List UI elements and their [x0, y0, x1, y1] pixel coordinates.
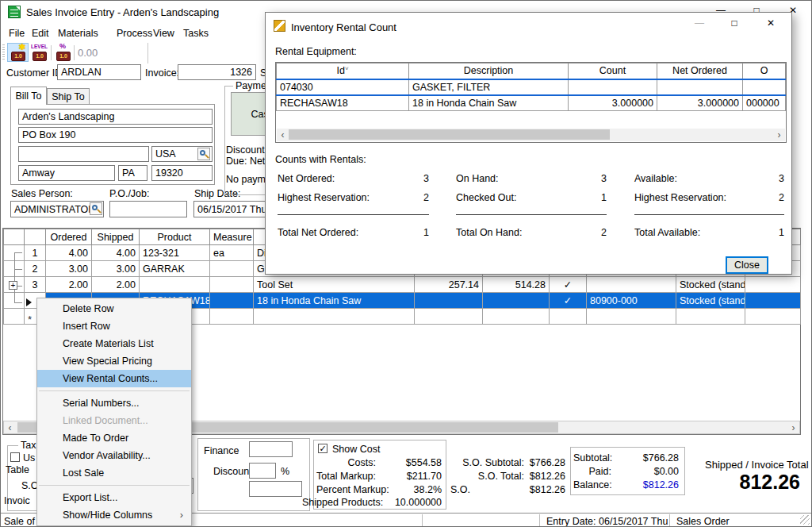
stats-divider: [456, 214, 607, 215]
shipped-invoice-total-value: 812.26: [699, 471, 800, 494]
menu-item-insert-row[interactable]: Insert Row: [37, 317, 191, 335]
table-row-selected[interactable]: 074030 GASKET, FILTER: [277, 79, 786, 95]
price-percent-button[interactable]: % 1.0: [54, 43, 72, 62]
col-shipped[interactable]: Shipped: [92, 229, 140, 245]
payment-due-line: Due: Net: [226, 156, 265, 167]
tax-invoice-label: Invoic: [4, 495, 30, 506]
col-net-ordered[interactable]: Net Ordered: [657, 63, 743, 79]
show-cost-checkbox[interactable]: ✓: [318, 444, 327, 453]
menu-item-view-rental-counts[interactable]: View Rental Counts...: [37, 370, 191, 387]
star-icon: ✱: [18, 42, 25, 52]
balance-value: $812.26: [622, 479, 679, 490]
scroll-right-icon[interactable]: ›: [773, 129, 785, 141]
paid-label: Paid:: [573, 466, 611, 477]
rental-equipment-table[interactable]: Id˅ Description Count Net Ordered O 0740…: [275, 62, 787, 143]
menu-item-delete-row[interactable]: Delete Row: [37, 300, 191, 317]
rental-table-hscrollbar[interactable]: ‹ ›: [277, 129, 785, 141]
inventory-rental-count-dialog: Inventory Rental Count — □ ✕ Rental Equi…: [265, 12, 792, 275]
menu-item-linked-document: Linked Document...: [37, 412, 191, 429]
sales-person-lookup-button[interactable]: [90, 202, 102, 215]
menu-edit[interactable]: Edit: [32, 28, 49, 39]
scroll-right-icon[interactable]: ›: [787, 421, 799, 433]
menu-item-export-list[interactable]: Export List...: [37, 489, 191, 506]
invoice-number-field[interactable]: 1326: [178, 64, 256, 80]
shipped-products-value: 10.000000: [381, 497, 442, 508]
table-row[interactable]: 3 2.00 2.00 Tool Set 257.14 514.28 ✓ Sto…: [4, 277, 801, 293]
menu-item-made-to-order[interactable]: Made To Order: [37, 429, 191, 447]
finance-amount-field[interactable]: [249, 481, 302, 497]
col-description[interactable]: Description: [409, 63, 569, 79]
bill-to-address-field[interactable]: PO Box 190: [18, 127, 213, 143]
so-value: $812.26: [508, 484, 565, 495]
app-icon: [8, 6, 21, 18]
rental-table-header: Id˅ Description Count Net Ordered O: [277, 63, 786, 79]
ship-date-field[interactable]: 06/15/2017 Thu: [193, 201, 273, 217]
zip-field[interactable]: 19320: [151, 165, 213, 181]
menu-item-serial-numbers[interactable]: Serial Numbers...: [37, 394, 191, 412]
resize-grip[interactable]: [800, 515, 810, 525]
price-level-button[interactable]: LEVEL 1.0: [30, 43, 49, 62]
expand-row-icon[interactable]: +: [9, 281, 17, 290]
menu-item-create-materials-list[interactable]: Create Materials List: [37, 335, 191, 352]
total-net-ordered-label: Total Net Ordered:: [278, 227, 358, 238]
discount-field[interactable]: [249, 463, 276, 479]
menu-process[interactable]: Process: [117, 28, 152, 39]
menu-item-show-hide-columns[interactable]: Show/Hide Columns ›: [37, 506, 191, 524]
sort-indicator-icon: ˅: [345, 65, 349, 72]
col-measure[interactable]: Measure: [210, 229, 254, 245]
finance-field[interactable]: [249, 441, 293, 457]
menu-item-lost-sale[interactable]: Lost Sale: [37, 464, 191, 482]
table-row[interactable]: RECHASAW18 18 in Honda Chain Saw 3.00000…: [277, 95, 786, 111]
dialog-maximize-icon[interactable]: □: [722, 14, 746, 32]
menu-item-view-special-pricing[interactable]: View Special Pricing: [37, 352, 191, 370]
bill-to-name-field[interactable]: Arden's Landscaping: [18, 109, 213, 125]
po-job-field[interactable]: [109, 201, 187, 217]
rental-table-hscrollbar-thumb[interactable]: [289, 129, 610, 140]
finance-label: Finance: [204, 445, 239, 456]
city-field[interactable]: Amway: [18, 165, 115, 181]
stats-divider: [278, 214, 429, 215]
status-divider: [422, 514, 423, 527]
col-count[interactable]: Count: [569, 63, 657, 79]
bill-to-address2-field[interactable]: [18, 146, 149, 162]
scroll-left-icon[interactable]: ‹: [4, 421, 16, 433]
costs-value: $554.58: [381, 457, 442, 468]
menu-separator: [39, 485, 190, 486]
customer-id-field[interactable]: ARDLAN: [57, 64, 141, 80]
toolbar-separator: [51, 45, 52, 60]
percent-markup-value: 38.2%: [381, 484, 442, 495]
show-cost-label: Show Cost: [332, 444, 380, 455]
status-order-type: Sales Order: [676, 516, 730, 527]
close-button[interactable]: Close: [726, 256, 768, 274]
country-lookup-button[interactable]: [197, 148, 210, 160]
tax-table-label: Table: [6, 464, 29, 475]
dialog-close-icon[interactable]: ✕: [759, 14, 783, 32]
invoice-label: Invoice:: [145, 67, 179, 79]
menu-file[interactable]: File: [9, 28, 25, 39]
sales-person-label: Sales Person:: [11, 188, 73, 199]
col-id[interactable]: Id˅: [277, 63, 409, 79]
menu-materials[interactable]: Materials: [58, 28, 98, 39]
col-product[interactable]: Product: [140, 229, 210, 245]
menu-tasks[interactable]: Tasks: [183, 28, 209, 39]
percent-markup-label: Percent Markup:: [316, 484, 376, 495]
percent-sign: %: [281, 466, 289, 477]
net-ordered-value: 3: [405, 173, 429, 184]
menu-item-vendor-availability[interactable]: Vendor Availability...: [37, 447, 191, 464]
menu-view[interactable]: View: [153, 28, 174, 39]
state-field[interactable]: PA: [118, 165, 147, 181]
price-tag-star-button[interactable]: 1.0 ✱: [7, 43, 29, 62]
new-row-icon: *: [28, 314, 32, 325]
total-markup-value: $211.70: [381, 471, 442, 482]
scroll-left-icon[interactable]: ‹: [277, 129, 289, 141]
col-ordered[interactable]: Ordered: [46, 229, 92, 245]
on-hand-value: 3: [583, 173, 607, 184]
tax-use-checkbox[interactable]: [10, 452, 20, 462]
counts-with-rentals-label: Counts with Rentals:: [275, 154, 366, 165]
tab-ship-to[interactable]: Ship To: [47, 88, 90, 105]
costs-label: Costs:: [316, 457, 376, 468]
checked-out-label: Checked Out:: [456, 192, 516, 203]
col-overflow[interactable]: O: [743, 63, 786, 79]
tab-bill-to[interactable]: Bill To: [10, 87, 47, 105]
po-job-label: P.O./Job:: [109, 188, 150, 199]
